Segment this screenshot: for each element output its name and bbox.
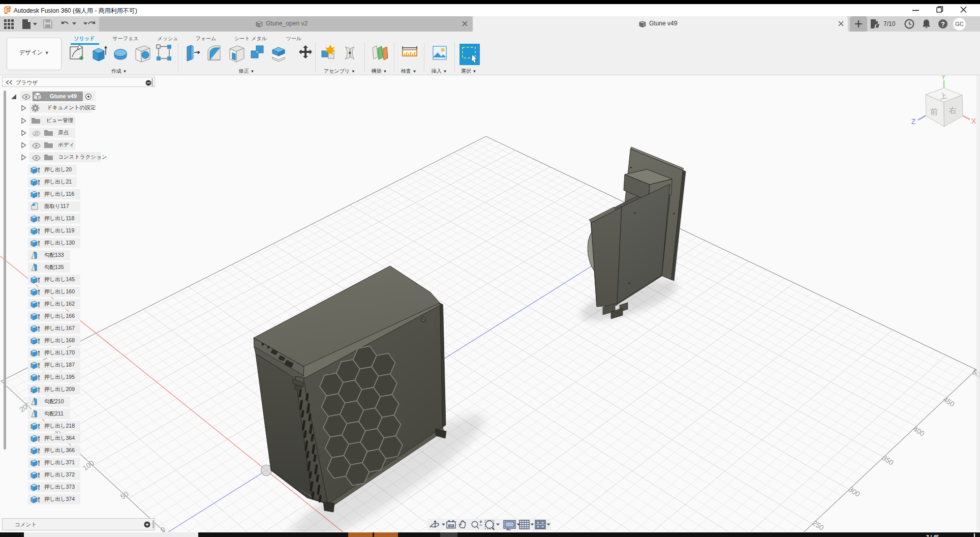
svg-text:300: 300 xyxy=(847,485,862,498)
svg-text:350: 350 xyxy=(881,454,895,467)
svg-text:右: 右 xyxy=(948,106,957,114)
svg-text:450: 450 xyxy=(942,395,956,408)
svg-text:Y: Y xyxy=(941,75,945,81)
svg-text:前: 前 xyxy=(930,107,938,116)
svg-text:上: 上 xyxy=(939,92,948,101)
svg-text:250: 250 xyxy=(811,519,825,532)
svg-text:400: 400 xyxy=(912,425,926,438)
svg-text:?: ? xyxy=(941,20,945,28)
svg-text:Z: Z xyxy=(911,117,916,126)
svg-text:X: X xyxy=(971,117,976,125)
